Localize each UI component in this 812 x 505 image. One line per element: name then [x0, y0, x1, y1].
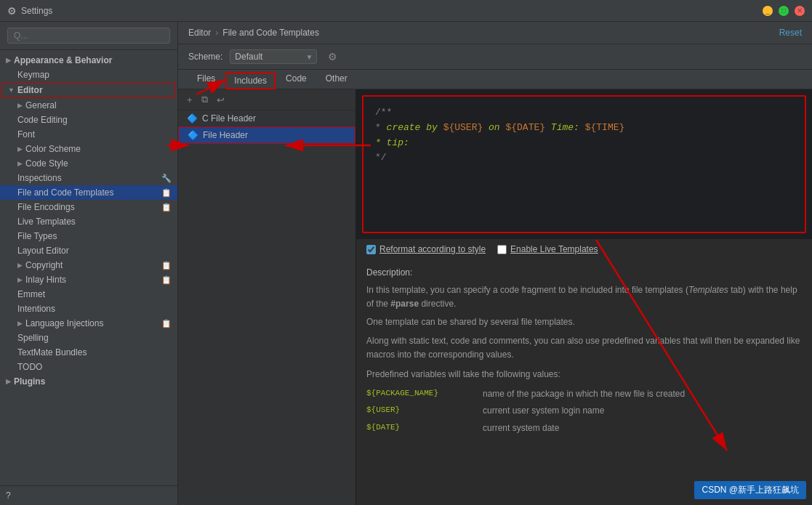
editor-options: Reformat according to style Enable Live …: [356, 239, 812, 259]
expand-icon-plugins: ▶: [6, 378, 11, 385]
sidebar-item-general[interactable]: ▶ General: [0, 98, 177, 113]
expand-icon: ▶: [6, 57, 11, 64]
description-area: Description: In this template, you can s…: [356, 259, 812, 505]
window-controls: _ □ ✕: [763, 6, 805, 16]
live-tpl-checkbox[interactable]: [497, 245, 507, 254]
sidebar: ▶ Appearance & Behavior Keymap ▼ Editor …: [0, 22, 178, 505]
var-name-package: ${PACKAGE_NAME}: [366, 387, 468, 401]
sidebar-item-copyright[interactable]: ▶ Copyright 📋: [0, 258, 177, 272]
file-panel: + ⧉ ↩ 🔷 C File Header 🔷 File Header: [178, 89, 356, 505]
breadcrumb-parent: Editor: [188, 28, 211, 38]
sidebar-item-emmet[interactable]: Emmet: [0, 287, 177, 302]
scheme-select-wrapper: Default ▼: [230, 49, 317, 64]
sidebar-item-plugins[interactable]: ▶ Plugins: [0, 374, 177, 389]
add-button[interactable]: +: [184, 93, 196, 107]
sidebar-item-font[interactable]: Font: [0, 127, 177, 142]
var-desc-user: current user system login name: [483, 404, 604, 418]
expand-icon-editor: ▼: [8, 86, 15, 94]
expand-icon-style: ▶: [17, 160, 23, 167]
search-bar: [0, 22, 177, 50]
code-line-4: */: [375, 150, 793, 166]
tab-other[interactable]: Other: [317, 70, 356, 89]
window-title: Settings: [21, 6, 763, 16]
tab-includes[interactable]: Includes: [225, 72, 276, 89]
file-icon: 🔷: [188, 130, 198, 140]
code-editor[interactable]: /** * create by ${USER} on ${DATE} Time:…: [362, 95, 806, 233]
copy-button[interactable]: ⧉: [198, 92, 211, 107]
sidebar-item-file-code-templates[interactable]: File and Code Templates 📋: [0, 185, 177, 200]
description-title: Description:: [366, 266, 802, 279]
var-row-date: ${DATE} current system date: [366, 421, 802, 435]
breadcrumb-separator: ›: [215, 28, 218, 38]
tabs-bar: Files Includes Code Other: [178, 70, 812, 89]
var-row-package: ${PACKAGE_NAME} name of the package in w…: [366, 387, 802, 401]
main-layout: ▶ Appearance & Behavior Keymap ▼ Editor …: [0, 22, 812, 505]
sidebar-item-spelling[interactable]: Spelling: [0, 331, 177, 345]
reset-link[interactable]: Reset: [779, 28, 802, 38]
var-table: ${PACKAGE_NAME} name of the package in w…: [366, 387, 802, 435]
file-label: File Header: [203, 130, 248, 140]
scheme-gear-button[interactable]: ⚙: [324, 49, 341, 65]
sidebar-item-code-style[interactable]: ▶ Code Style: [0, 156, 177, 171]
sidebar-item-inspections[interactable]: Inspections 🔧: [0, 171, 177, 185]
maximize-button[interactable]: □: [779, 6, 789, 16]
breadcrumb: Editor › File and Code Templates: [188, 28, 319, 38]
reformat-label: Reformat according to style: [379, 244, 486, 254]
var-row-user: ${USER} current user system login name: [366, 404, 802, 418]
file-list: 🔷 C File Header 🔷 File Header: [178, 110, 355, 505]
tab-code[interactable]: Code: [277, 70, 315, 89]
search-input[interactable]: [7, 28, 170, 44]
undo-button[interactable]: ↩: [214, 93, 228, 107]
sidebar-item-layout-editor[interactable]: Layout Editor: [0, 243, 177, 258]
reformat-option: Reformat according to style: [366, 244, 486, 254]
code-line-3: * tip:: [375, 136, 793, 151]
expand-icon-copyright: ▶: [17, 262, 23, 269]
file-item-file-header[interactable]: 🔷 File Header: [178, 126, 355, 144]
scheme-bar: Scheme: Default ▼ ⚙: [178, 44, 812, 70]
c-file-icon: 🔷: [187, 113, 198, 124]
editor-panel: /** * create by ${USER} on ${DATE} Time:…: [356, 89, 812, 505]
sidebar-item-file-types[interactable]: File Types: [0, 229, 177, 243]
content-area: Editor › File and Code Templates Reset S…: [178, 22, 812, 505]
breadcrumb-current: File and Code Templates: [222, 28, 319, 38]
sidebar-item-code-editing[interactable]: Code Editing: [0, 113, 177, 127]
var-name-user: ${USER}: [366, 404, 468, 418]
split-view: + ⧉ ↩ 🔷 C File Header 🔷 File Header: [178, 89, 812, 505]
var-desc-package: name of the package in which the new fil…: [483, 387, 685, 401]
help-button[interactable]: ?: [0, 485, 177, 505]
var-name-date: ${DATE}: [366, 421, 468, 435]
scheme-select[interactable]: Default: [230, 49, 317, 64]
sidebar-item-live-templates[interactable]: Live Templates: [0, 214, 177, 229]
sidebar-item-textmate-bundles[interactable]: TextMate Bundles: [0, 345, 177, 360]
close-button[interactable]: ✕: [795, 6, 805, 16]
file-toolbar: + ⧉ ↩: [178, 89, 355, 110]
c-file-label: C File Header: [202, 113, 256, 124]
minimize-button[interactable]: _: [763, 6, 773, 16]
desc-p2: One template can be shared by several fi…: [366, 315, 802, 329]
expand-icon-color: ▶: [17, 145, 23, 153]
tab-files[interactable]: Files: [188, 70, 224, 89]
sidebar-item-appearance[interactable]: ▶ Appearance & Behavior: [0, 53, 177, 68]
file-item-c-header[interactable]: 🔷 C File Header: [178, 110, 355, 126]
live-tpl-option: Enable Live Templates: [497, 244, 598, 254]
sidebar-item-keymap[interactable]: Keymap: [0, 68, 177, 82]
code-line-2: * create by ${USER} on ${DATE} Time: ${T…: [375, 121, 793, 136]
expand-icon-general: ▶: [17, 102, 23, 109]
var-desc-date: current system date: [483, 421, 559, 435]
csdn-text: CSDN @新手上路狂飙坑: [702, 484, 799, 496]
sidebar-item-language-injections[interactable]: ▶ Language Injections 📋: [0, 316, 177, 331]
sidebar-item-intentions[interactable]: Intentions: [0, 302, 177, 316]
expand-icon-lang: ▶: [17, 320, 23, 327]
csdn-banner: CSDN @新手上路狂飙坑: [694, 481, 806, 499]
desc-p3: Along with static text, code and comment…: [366, 334, 802, 362]
sidebar-item-color-scheme[interactable]: ▶ Color Scheme: [0, 142, 177, 156]
code-line-1: /**: [375, 105, 793, 121]
sidebar-tree: ▶ Appearance & Behavior Keymap ▼ Editor …: [0, 50, 177, 485]
reformat-checkbox[interactable]: [366, 245, 376, 254]
sidebar-item-editor[interactable]: ▼ Editor: [1, 82, 176, 98]
sidebar-item-todo[interactable]: TODO: [0, 360, 177, 374]
settings-icon: ⚙: [7, 5, 17, 17]
sidebar-item-file-encodings[interactable]: File Encodings 📋: [0, 200, 177, 214]
sidebar-item-inlay-hints[interactable]: ▶ Inlay Hints 📋: [0, 272, 177, 287]
description-text: In this template, you can specify a code…: [366, 283, 802, 435]
